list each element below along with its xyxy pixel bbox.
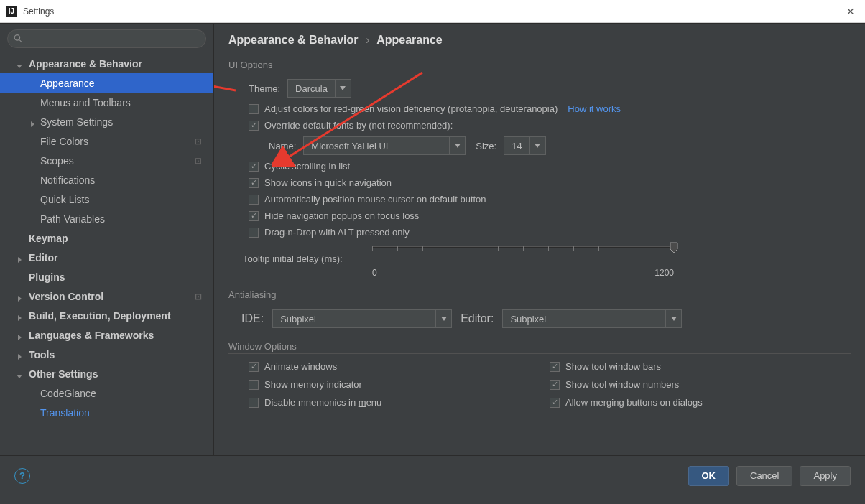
tool-window-numbers-checkbox[interactable] xyxy=(550,380,560,390)
tree-label: CodeGlance xyxy=(40,388,96,399)
merge-buttons-label: Allow merging buttons on dialogs xyxy=(565,397,703,408)
tooltip-delay-label: Tooltip initial delay (ms): xyxy=(243,243,372,264)
tree-version-control[interactable]: Version Control ⊡ xyxy=(0,286,213,306)
section-antialiasing: Antialiasing xyxy=(228,289,851,302)
dnd-alt-checkbox[interactable] xyxy=(249,228,259,238)
svg-marker-7 xyxy=(18,335,22,340)
show-icons-checkbox[interactable] xyxy=(249,178,259,188)
animate-windows-label: Animate windows xyxy=(264,361,337,372)
tree-system-settings[interactable]: System Settings xyxy=(0,112,213,131)
help-button[interactable]: ? xyxy=(14,468,30,484)
disable-mnemonics-checkbox[interactable] xyxy=(249,398,259,408)
dnd-alt-label: Drag-n-Drop with ALT pressed only xyxy=(264,227,410,238)
tool-window-bars-checkbox[interactable] xyxy=(550,362,560,372)
hide-popups-checkbox[interactable] xyxy=(249,211,259,221)
tree-editor[interactable]: Editor xyxy=(0,248,213,267)
search-input[interactable] xyxy=(7,29,206,48)
tree-languages-frameworks[interactable]: Languages & Frameworks xyxy=(0,325,213,345)
cyclic-scrolling-label: Cyclic scrolling in list xyxy=(264,161,350,172)
chevron-right-icon xyxy=(16,293,23,300)
titlebar: IJ Settings ✕ xyxy=(0,0,865,23)
cyclic-scrolling-checkbox[interactable] xyxy=(249,162,259,172)
font-size-combo[interactable]: 14 xyxy=(504,136,545,155)
tree-menus-toolbars[interactable]: Menus and Toolbars xyxy=(0,93,213,112)
editor-aa-combo[interactable]: Subpixel xyxy=(502,309,682,328)
tooltip-delay-slider[interactable] xyxy=(372,243,674,268)
tree-label: Languages & Frameworks xyxy=(29,330,154,341)
tree-appearance[interactable]: Appearance xyxy=(0,73,213,93)
slider-min: 0 xyxy=(372,268,377,278)
svg-marker-8 xyxy=(18,354,22,360)
svg-marker-5 xyxy=(18,296,22,302)
svg-marker-12 xyxy=(535,144,540,148)
tree-label: Tools xyxy=(29,349,55,360)
chevron-right-icon xyxy=(16,254,23,261)
tree-build-execution[interactable]: Build, Execution, Deployment xyxy=(0,306,213,325)
override-fonts-checkbox[interactable] xyxy=(249,121,259,131)
font-name-combo[interactable]: Microsoft YaHei UI xyxy=(303,136,466,155)
how-it-works-link[interactable]: How it works xyxy=(568,103,621,114)
project-tag-icon: ⊡ xyxy=(195,291,202,302)
font-size-label: Size: xyxy=(476,141,496,151)
tree-scopes[interactable]: Scopes ⊡ xyxy=(0,151,213,170)
tree-notifications[interactable]: Notifications xyxy=(0,170,213,190)
font-name-label: Name: xyxy=(269,141,296,151)
tree-label: Notifications xyxy=(40,174,95,186)
apply-button[interactable]: Apply xyxy=(800,466,851,486)
chevron-down-icon xyxy=(449,137,465,154)
svg-point-0 xyxy=(14,35,19,40)
merge-buttons-checkbox[interactable] xyxy=(550,398,560,408)
search-input-wrap xyxy=(7,29,206,48)
settings-tree: Appearance & Behavior Appearance Menus a… xyxy=(0,54,213,455)
animate-windows-checkbox[interactable] xyxy=(249,362,259,372)
auto-mouse-label: Automatically position mouse cursor on d… xyxy=(264,194,486,205)
tree-other-settings[interactable]: Other Settings xyxy=(0,364,213,383)
project-tag-icon: ⊡ xyxy=(195,156,202,166)
tree-label: Appearance xyxy=(40,78,95,89)
breadcrumb-group: Appearance & Behavior xyxy=(228,34,359,46)
tree-label: Path Variables xyxy=(40,213,105,225)
svg-marker-13 xyxy=(670,243,677,253)
tool-window-numbers-label: Show tool window numbers xyxy=(565,379,679,390)
adjust-colors-label: Adjust colors for red-green vision defic… xyxy=(264,103,558,114)
tree-tools[interactable]: Tools xyxy=(0,345,213,364)
tree-translation[interactable]: Translation xyxy=(0,403,213,422)
app-icon: IJ xyxy=(6,6,17,17)
tree-quick-lists[interactable]: Quick Lists xyxy=(0,190,213,209)
tree-label: Keymap xyxy=(29,233,68,244)
tree-file-colors[interactable]: File Colors ⊡ xyxy=(0,131,213,151)
theme-combo[interactable]: Darcula xyxy=(287,79,351,98)
memory-indicator-checkbox[interactable] xyxy=(249,380,259,390)
chevron-down-icon xyxy=(529,137,545,154)
ok-button[interactable]: OK xyxy=(688,466,730,486)
override-fonts-label: Override default fonts by (not recommend… xyxy=(264,120,453,131)
tree-keymap[interactable]: Keymap xyxy=(0,228,213,248)
close-icon[interactable]: ✕ xyxy=(842,4,859,19)
tree-codeglance[interactable]: CodeGlance xyxy=(0,383,213,403)
svg-marker-3 xyxy=(31,121,34,127)
chevron-down-icon xyxy=(16,60,23,67)
svg-marker-11 xyxy=(455,144,461,148)
show-icons-label: Show icons in quick navigation xyxy=(264,177,392,188)
chevron-right-icon xyxy=(16,332,23,339)
hide-popups-label: Hide navigation popups on focus loss xyxy=(264,210,419,221)
theme-value: Darcula xyxy=(288,83,335,94)
ide-aa-combo[interactable]: Subpixel xyxy=(272,309,452,328)
chevron-down-icon xyxy=(435,310,451,327)
chevron-right-icon xyxy=(29,118,36,126)
svg-marker-10 xyxy=(340,86,346,90)
chevron-down-icon xyxy=(16,370,23,378)
tree-label: Editor xyxy=(29,252,57,263)
editor-aa-value: Subpixel xyxy=(503,314,665,325)
breadcrumb-separator-icon: › xyxy=(366,34,369,46)
slider-max: 1200 xyxy=(654,268,674,278)
svg-marker-9 xyxy=(17,375,22,378)
tree-appearance-behavior[interactable]: Appearance & Behavior xyxy=(0,54,213,73)
tree-path-variables[interactable]: Path Variables xyxy=(0,209,213,228)
tree-label: Translation xyxy=(40,407,90,419)
slider-thumb-icon[interactable] xyxy=(670,242,678,253)
auto-mouse-checkbox[interactable] xyxy=(249,195,259,205)
adjust-colors-checkbox[interactable] xyxy=(249,104,259,114)
tree-plugins[interactable]: Plugins xyxy=(0,267,213,286)
cancel-button[interactable]: Cancel xyxy=(736,466,792,486)
